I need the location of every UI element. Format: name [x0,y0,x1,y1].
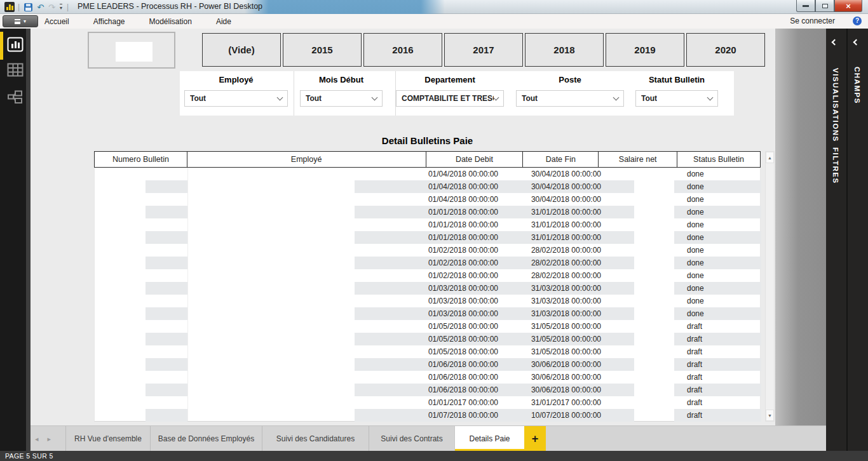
column-header-date-fin[interactable]: Date Fin [523,152,599,167]
tab-suivi-des-contrats[interactable]: Suivi des Contrats [369,426,454,451]
menu-item-accueil[interactable]: Accueil [44,17,69,26]
cell-status-bulletin: done [687,193,704,206]
minimize-button[interactable] [796,0,815,12]
year-slicer-button-2019[interactable]: 2019 [606,33,684,67]
data-view-icon[interactable] [6,62,24,78]
titlebar: | ↶ ↷ ▾ | PME LEADERS - Processus RH - P… [0,0,868,14]
column-header-status-bulletin[interactable]: Status Bulletin [677,152,760,167]
previous-page-icon[interactable]: ◂ [35,435,39,443]
cell-date-debit: 01/01/2018 00:00:00 [409,231,498,244]
cell-date-debit: 01/02/2018 00:00:00 [409,269,498,282]
cell-status-bulletin: draft [687,384,702,396]
canvas-outside-area [775,29,826,425]
customize-toolbar-caret-icon[interactable]: ▾ [60,4,62,11]
year-slicer-button-vide[interactable]: (Vide) [202,33,281,67]
undo-icon[interactable]: ↶ [37,3,44,11]
tab-base-de-donn-es-employ-s[interactable]: Base de Données Employés [150,426,262,451]
redo-icon[interactable]: ↷ [48,3,55,11]
visualisations-panel-label: VISUALISATIONS [832,68,839,142]
table-row: 01/03/2018 00:00:0031/03/2018 00:00:00do… [95,282,760,295]
table-row: 01/04/2018 00:00:0030/04/2018 00:00:00do… [95,168,760,180]
maximize-button[interactable] [815,0,834,12]
report-view-icon[interactable] [6,36,24,53]
filter-dropdown[interactable]: Tout [635,90,718,107]
table-row: 01/04/2018 00:00:0030/04/2018 00:00:00do… [95,180,760,193]
menu-item-affichage[interactable]: Affichage [93,17,125,26]
tab-details-paie[interactable]: Details Paie [454,426,524,451]
row-stripe [146,358,187,371]
row-stripe [146,231,187,244]
cell-date-fin: 28/02/2018 00:00:00 [511,244,601,257]
table-row: 01/05/2018 00:00:0031/05/2018 00:00:00dr… [95,320,760,333]
cell-date-fin: 30/06/2018 00:00:00 [511,358,601,371]
year-slicer-button-2015[interactable]: 2015 [283,33,362,67]
expand-panel-icon[interactable] [853,39,860,46]
filter-label: Departement [396,75,504,84]
tab-suivi-des-candidatures[interactable]: Suivi des Candidatures [262,426,369,451]
save-icon[interactable] [24,3,32,11]
filter-dropdown[interactable]: Tout [300,90,383,107]
cell-date-fin: 10/07/2018 00:00:00 [511,409,601,422]
window-title: PME LEADERS - Processus RH - Power BI De… [78,2,262,11]
cell-status-bulletin: draft [687,345,702,358]
column-header-numero-bulletin[interactable]: Numero Bulletin [95,152,187,167]
report-canvas: (Vide)201520162017201820192020 EmployéTo… [31,29,826,425]
table-row: 01/04/2018 00:00:0030/04/2018 00:00:00do… [95,193,760,206]
row-stripe [146,409,187,422]
filter-label: Statut Bulletin [635,75,718,84]
scroll-up-icon[interactable]: ▲ [766,152,774,163]
filter-dropdown[interactable]: Tout [516,90,624,107]
table-title: Detail Bulletins Paie [94,135,761,146]
cell-date-debit: 01/06/2018 00:00:00 [409,358,498,371]
filter-dropdown[interactable]: COMPTABILITE ET TRESO... [396,90,504,107]
year-slicer-button-2018[interactable]: 2018 [525,33,604,67]
filter-band: EmployéToutMois DébutToutDepartementCOMP… [180,71,734,116]
cell-status-bulletin: done [687,282,704,295]
ribbon-menu-button[interactable]: ▾ [3,15,38,27]
filter-dropdown[interactable]: Tout [184,90,288,107]
tab-rh-vue-d-ensemble[interactable]: RH Vue d'ensemble [65,426,150,451]
year-slicer-button-2017[interactable]: 2017 [444,33,523,67]
menu-item-aide[interactable]: Aide [216,17,231,26]
sign-in-link[interactable]: Se connecter [790,17,835,25]
dropdown-chevron-icon [372,94,378,100]
row-stripe [146,333,187,345]
next-page-icon[interactable]: ▸ [48,435,51,443]
close-button[interactable]: × [834,0,862,12]
panel-champs[interactable]: CHAMPS [848,29,868,451]
filter-label: Employé [184,75,288,84]
panel-visualisations-filtres[interactable]: VISUALISATIONS FILTRES [826,29,846,451]
chevron-down-icon: ▾ [24,18,26,24]
cell-date-debit: 01/02/2018 00:00:00 [409,257,498,269]
cell-date-fin: 28/02/2018 00:00:00 [511,257,601,269]
filter-selected-value: Tout [190,94,206,103]
filter-group-mois-d-but: Mois DébutTout [300,71,383,116]
add-page-button[interactable]: + [524,426,546,451]
dropdown-chevron-icon [707,94,714,100]
menubar: ▾ AccueilAffichageModélisationAide Se co… [0,14,868,29]
cell-status-bulletin: done [687,180,704,193]
cell-date-fin: 30/06/2018 00:00:00 [511,371,601,384]
statusbar: PAGE 5 SUR 5 [0,451,868,461]
filter-group-statut-bulletin: Statut BulletinTout [635,71,718,116]
table-scrollbar[interactable]: ▲ ▼ [765,151,775,422]
year-slicer-button-2016[interactable]: 2016 [363,33,442,67]
cell-status-bulletin: done [687,244,704,257]
scroll-down-icon[interactable]: ▼ [766,410,774,421]
dropdown-chevron-icon [277,94,283,100]
expand-panel-icon[interactable] [832,39,838,46]
cell-date-debit: 01/01/2018 00:00:00 [409,218,498,231]
image-visual-placeholder[interactable] [88,32,175,69]
year-slicer-button-2020[interactable]: 2020 [686,33,765,67]
column-header-salaire-net[interactable]: Salaire net [599,152,677,167]
filter-group-employ-: EmployéTout [184,71,288,116]
cell-status-bulletin: done [687,206,704,218]
column-header-date-debit[interactable]: Date Debit [426,152,524,167]
cell-status-bulletin: draft [687,358,702,371]
quick-access-toolbar: | ↶ ↷ ▾ | [18,0,69,14]
cell-date-fin: 30/04/2018 00:00:00 [511,168,601,180]
help-icon[interactable]: ? [853,17,862,25]
model-view-icon[interactable] [6,89,24,105]
column-header-employ-[interactable]: Employé [187,152,426,167]
menu-item-modlisation[interactable]: Modélisation [149,17,192,26]
